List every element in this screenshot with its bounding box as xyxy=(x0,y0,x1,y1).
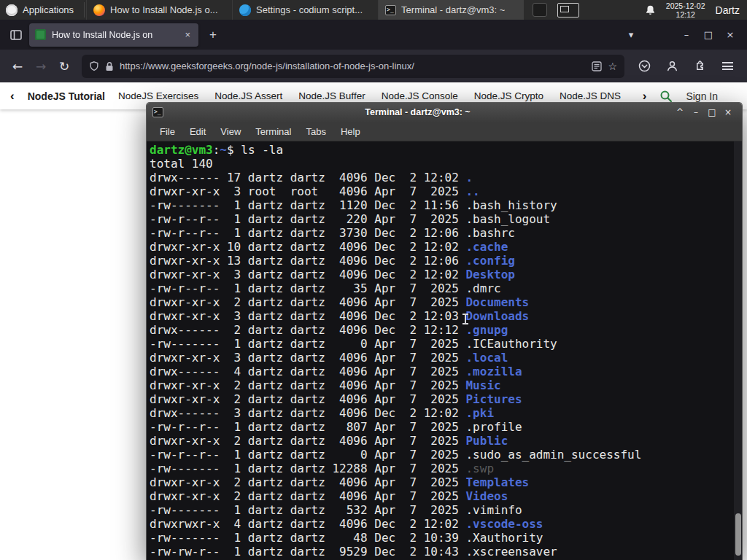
back-button[interactable]: ← xyxy=(6,55,29,77)
tab-title: How to Install Node.js on xyxy=(52,30,177,40)
window-minimize-icon[interactable]: – xyxy=(676,25,697,45)
terminal-listing-line: -rw------- 1 dartz dartz 532 Apr 7 2025 … xyxy=(150,503,732,517)
terminal-minimize-icon[interactable]: – xyxy=(688,107,704,117)
listing-name: .sudo_as_admin_successful xyxy=(465,448,641,462)
terminal-scrollbar[interactable] xyxy=(734,141,742,560)
site-nav-link[interactable]: Node.JS Crypto xyxy=(474,90,543,101)
terminal-window: >_ Terminal - dartz@vm3: ~ ^ – □ × FileE… xyxy=(146,102,743,560)
panel-window-button-firefox[interactable]: How to Install Node.js o... xyxy=(86,0,232,20)
toolbar-icons xyxy=(630,55,741,77)
listing-name: .bashrc xyxy=(465,226,514,240)
terminal-app-icon: >_ xyxy=(152,107,163,117)
window-button-label: Settings - codium script... xyxy=(256,4,363,15)
listing-name: .dmrc xyxy=(465,281,500,295)
reader-mode-icon[interactable] xyxy=(592,61,602,71)
prompt-symbol: $ xyxy=(227,143,241,157)
notification-bell-icon[interactable] xyxy=(645,4,656,16)
listing-meta: drwxr-xr-x 2 dartz dartz 4096 Apr 7 2025 xyxy=(150,378,465,392)
terminal-output-lines: dartz@vm3:~$ ls -latotal 140drwx------ 1… xyxy=(150,143,732,559)
terminal-listing-line: drwxr-xr-x 2 dartz dartz 4096 Apr 7 2025… xyxy=(150,378,732,392)
sign-in-button[interactable]: Sign In xyxy=(686,90,737,102)
site-nav-link[interactable]: Node.JS Assert xyxy=(214,90,282,101)
menu-item-tabs[interactable]: Tabs xyxy=(298,124,333,139)
panel-username[interactable]: Dartz xyxy=(716,4,740,16)
site-nav-link[interactable]: Node.JS Console xyxy=(382,90,458,101)
nav-scroll-right-icon[interactable]: › xyxy=(643,90,647,102)
url-bar[interactable]: https://www.geeksforgeeks.org/node-js/in… xyxy=(82,55,624,78)
terminal-listing-line: -rw-r--r-- 1 dartz dartz 0 Apr 7 2025 .s… xyxy=(150,448,732,462)
listing-name: .swp xyxy=(465,462,494,475)
panel-window-button-terminal[interactable]: >_Terminal - dartz@vm3: ~ xyxy=(378,0,524,20)
terminal-maximize-icon[interactable]: □ xyxy=(704,107,720,117)
mouse-cursor xyxy=(465,314,466,324)
tab-close-icon[interactable]: × xyxy=(182,28,193,41)
bookmark-star-icon[interactable]: ☆ xyxy=(608,61,617,72)
listing-meta: drwxr-xr-x 3 dartz dartz 4096 Dec 2 12:0… xyxy=(150,309,465,323)
listing-meta: drwx------ 17 dartz dartz 4096 Dec 2 12:… xyxy=(150,171,465,184)
menu-item-view[interactable]: View xyxy=(213,124,248,139)
nav-scroll-left-icon[interactable]: ‹ xyxy=(10,90,15,102)
lock-icon[interactable] xyxy=(105,61,114,71)
forward-button[interactable]: → xyxy=(29,55,53,77)
terminal-listing-line: drwxr-xr-x 3 root root 4096 Apr 7 2025 .… xyxy=(150,184,732,198)
tracking-shield-icon[interactable] xyxy=(89,61,99,71)
menu-item-help[interactable]: Help xyxy=(333,124,368,139)
listing-meta: -rw-rw-r-- 1 dartz dartz 9529 Dec 2 10:4… xyxy=(150,545,465,559)
terminal-listing-line: -rw-r--r-- 1 dartz dartz 35 Apr 7 2025 .… xyxy=(150,281,732,295)
new-tab-button[interactable]: + xyxy=(203,25,223,45)
site-nav-current[interactable]: NodeJS Tutorial xyxy=(28,90,105,102)
terminal-titlebar[interactable]: >_ Terminal - dartz@vm3: ~ ^ – □ × xyxy=(147,103,742,122)
menu-item-edit[interactable]: Edit xyxy=(182,124,213,139)
menu-item-terminal[interactable]: Terminal xyxy=(248,124,298,139)
panel-clock[interactable]: 2025-12-02 12:12 xyxy=(666,1,705,19)
tray-icon-app[interactable] xyxy=(533,3,547,17)
listing-meta: -rw------- 1 dartz dartz 532 Apr 7 2025 xyxy=(150,503,465,517)
extensions-puzzle-icon[interactable] xyxy=(689,55,711,77)
applications-menu-button[interactable]: Applications xyxy=(0,0,82,20)
site-nav-link[interactable]: Node.JS Buffer xyxy=(298,90,365,101)
menu-item-file[interactable]: File xyxy=(152,124,182,139)
window-close-icon[interactable]: × xyxy=(719,25,741,45)
pocket-icon[interactable] xyxy=(633,55,655,77)
terminal-listing-line: drwxrwxr-x 4 dartz dartz 4096 Dec 2 12:0… xyxy=(150,517,732,531)
listing-name: .local xyxy=(465,351,508,365)
firefox-view-icon[interactable] xyxy=(6,26,26,44)
terminal-body[interactable]: dartz@vm3:~$ ls -latotal 140drwx------ 1… xyxy=(147,141,742,560)
reload-button[interactable]: ↻ xyxy=(53,55,76,77)
terminal-icon: >_ xyxy=(385,5,396,15)
terminal-listing-line: drwxr-xr-x 2 dartz dartz 4096 Apr 7 2025… xyxy=(150,295,732,309)
listing-meta: drwxr-xr-x 13 dartz dartz 4096 Dec 2 12:… xyxy=(150,254,465,268)
browser-tab[interactable]: How to Install Node.js on × xyxy=(29,23,198,47)
terminal-listing-line: drwxr-xr-x 2 dartz dartz 4096 Apr 7 2025… xyxy=(150,434,732,448)
firefox-icon xyxy=(93,4,105,16)
site-search-icon[interactable] xyxy=(659,90,673,103)
window-maximize-icon[interactable]: □ xyxy=(697,25,719,45)
terminal-title: Terminal - dartz@vm3: ~ xyxy=(163,107,672,117)
listing-name: Pictures xyxy=(465,392,522,406)
site-nav-link[interactable]: NodeJS Exercises xyxy=(118,90,198,101)
terminal-prompt-line: dartz@vm3:~$ ls -la xyxy=(150,143,732,157)
command-text: ls -la xyxy=(241,143,283,157)
listing-meta: -rw------- 1 dartz dartz 0 Apr 7 2025 xyxy=(150,337,465,351)
terminal-listing-line: drwxr-xr-x 3 dartz dartz 4096 Apr 7 2025… xyxy=(150,351,732,365)
listing-meta: drwxr-xr-x 2 dartz dartz 4096 Apr 7 2025 xyxy=(150,392,465,406)
listing-meta: drwx------ 3 dartz dartz 4096 Dec 2 12:0… xyxy=(150,406,465,420)
account-icon[interactable] xyxy=(661,55,683,77)
menu-icon[interactable] xyxy=(716,55,738,77)
terminal-listing-line: drwx------ 2 dartz dartz 4096 Dec 2 12:1… xyxy=(150,323,732,337)
terminal-listing-line: -rw------- 1 dartz dartz 12288 Apr 7 202… xyxy=(150,462,732,475)
terminal-close-icon[interactable]: × xyxy=(720,107,736,117)
list-all-tabs-icon[interactable]: ▾ xyxy=(620,25,642,45)
tray-icon-window[interactable] xyxy=(557,3,579,18)
tray-window-inner xyxy=(560,6,569,12)
listing-name: Videos xyxy=(465,489,508,503)
distro-logo-icon xyxy=(6,4,18,16)
terminal-scrollbar-thumb[interactable] xyxy=(735,513,741,556)
terminal-listing-line: drwxr-xr-x 3 dartz dartz 4096 Dec 2 12:0… xyxy=(150,309,732,323)
panel-window-button-codium[interactable]: Settings - codium script... xyxy=(232,0,378,20)
terminal-shade-icon[interactable]: ^ xyxy=(672,107,688,117)
listing-name: .ICEauthority xyxy=(465,337,557,351)
listing-meta: -rw-r--r-- 1 dartz dartz 0 Apr 7 2025 xyxy=(150,448,465,462)
listing-name: .vscode-oss xyxy=(465,517,543,531)
site-nav-link[interactable]: Node.JS DNS xyxy=(560,90,621,101)
